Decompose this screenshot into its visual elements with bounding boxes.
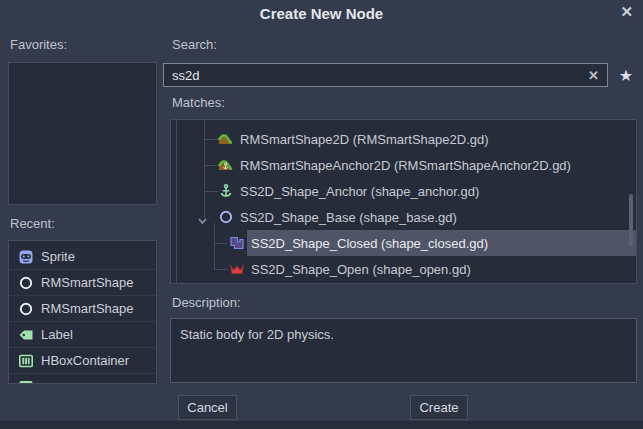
dialog-bottom-edge bbox=[0, 421, 643, 429]
tree-item[interactable]: SS2D_Shape_Open (shape_open.gd) bbox=[171, 256, 636, 282]
shape-open-icon bbox=[229, 261, 245, 277]
tree-item-label: SS2D_Shape_Closed (shape_closed.gd) bbox=[251, 236, 488, 251]
vertical-scrollbar[interactable] bbox=[629, 194, 633, 246]
list-item-label: Label bbox=[41, 327, 73, 342]
list-item[interactable]: SpinBox bbox=[9, 374, 156, 384]
spinbox-icon bbox=[18, 379, 34, 384]
recent-label: Recent: bbox=[10, 216, 55, 231]
matches-label: Matches: bbox=[172, 95, 225, 110]
search-value: ss2d bbox=[172, 68, 588, 83]
list-item[interactable]: HBoxContainer bbox=[9, 348, 156, 374]
terrain-anchor-icon bbox=[218, 157, 234, 173]
tree-item-label: RMSmartShapeAnchor2D (RMSmartShapeAnchor… bbox=[240, 158, 571, 173]
search-label: Search: bbox=[172, 37, 217, 52]
tree-item[interactable]: RMSmartShapeAnchor2D (RMSmartShapeAnchor… bbox=[171, 152, 636, 178]
tree-item[interactable]: SS2D_Shape_Base (shape_base.gd) bbox=[171, 204, 636, 230]
anchor-icon bbox=[218, 183, 234, 199]
recent-list: SpriteRMSmartShapeRMSmartShapeLabelHBoxC… bbox=[8, 240, 157, 384]
list-item-label: SpinBox bbox=[41, 380, 89, 385]
favorites-panel[interactable] bbox=[8, 62, 157, 205]
cancel-button-label: Cancel bbox=[187, 400, 227, 415]
list-item[interactable]: Label bbox=[9, 322, 156, 348]
circle-white-icon bbox=[18, 275, 34, 291]
list-item[interactable]: Sprite bbox=[9, 244, 156, 270]
description-box: Static body for 2D physics. bbox=[170, 318, 637, 383]
matches-tree: RMSmartShape2D (RMSmartShape2D.gd)RMSmar… bbox=[170, 119, 637, 284]
favorite-star-icon[interactable]: ★ bbox=[613, 63, 639, 87]
search-input[interactable]: ss2d ✕ bbox=[163, 63, 608, 87]
list-item[interactable]: RMSmartShape bbox=[9, 270, 156, 296]
create-button[interactable]: Create bbox=[410, 395, 468, 420]
tree-rows: RMSmartShape2D (RMSmartShape2D.gd)RMSmar… bbox=[171, 126, 636, 282]
cancel-button[interactable]: Cancel bbox=[178, 395, 237, 420]
circle-blue-icon bbox=[218, 209, 234, 225]
description-text: Static body for 2D physics. bbox=[180, 327, 334, 342]
tree-item[interactable]: SS2D_Shape_Closed (shape_closed.gd) bbox=[171, 230, 636, 256]
tree-item-label: SS2D_Shape_Anchor (shape_anchor.gd) bbox=[240, 184, 479, 199]
list-item-label: RMSmartShape bbox=[41, 301, 133, 316]
list-item-label: RMSmartShape bbox=[41, 275, 133, 290]
description-label: Description: bbox=[172, 295, 241, 310]
label-tag-icon bbox=[18, 327, 34, 343]
dialog-title: Create New Node bbox=[0, 5, 643, 22]
tree-item[interactable]: SS2D_Shape_Anchor (shape_anchor.gd) bbox=[171, 178, 636, 204]
clear-search-icon[interactable]: ✕ bbox=[588, 68, 599, 83]
hbox-container-icon bbox=[18, 353, 34, 369]
list-item-label: HBoxContainer bbox=[41, 353, 129, 368]
shape-closed-icon bbox=[229, 235, 245, 251]
list-item-label: Sprite bbox=[41, 249, 75, 264]
list-item[interactable]: RMSmartShape bbox=[9, 296, 156, 322]
tree-item-label: SS2D_Shape_Base (shape_base.gd) bbox=[240, 210, 457, 225]
favorites-label: Favorites: bbox=[10, 37, 67, 52]
tree-item-label: SS2D_Shape_Open (shape_open.gd) bbox=[251, 262, 471, 277]
tree-item[interactable]: RMSmartShape2D (RMSmartShape2D.gd) bbox=[171, 126, 636, 152]
terrain-icon bbox=[218, 131, 234, 147]
sprite-icon bbox=[18, 249, 34, 265]
create-button-label: Create bbox=[419, 400, 458, 415]
circle-white-icon bbox=[18, 301, 34, 317]
tree-item-label: RMSmartShape2D (RMSmartShape2D.gd) bbox=[240, 132, 489, 147]
close-icon[interactable]: ✕ bbox=[620, 3, 633, 21]
